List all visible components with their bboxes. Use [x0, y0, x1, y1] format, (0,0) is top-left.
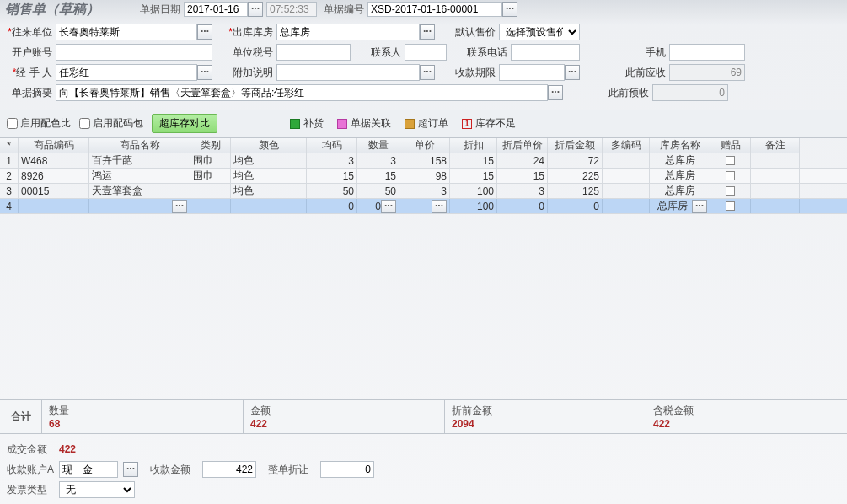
table-row[interactable]: 28926鸿运围巾均色1515981515225总库房 — [0, 169, 847, 184]
grid-header-row: * 商品编码 商品名称 类别 颜色 均码 数量 单价 折扣 折后单价 折后金额 … — [0, 138, 847, 153]
overstock-compare-button[interactable]: 超库存对比 — [152, 114, 217, 133]
col-idx: * — [0, 138, 19, 153]
total-taxincl: 422 — [653, 418, 840, 430]
prevprepay-display — [652, 84, 728, 101]
prevrecv-display — [669, 64, 745, 81]
recv-amount-input[interactable] — [202, 461, 256, 478]
legend-linked: 单据关联 — [337, 116, 391, 131]
invoice-select[interactable]: 无 — [59, 481, 135, 498]
mobile-input[interactable] — [669, 44, 745, 61]
cell-lookup-button[interactable]: ··· — [432, 200, 447, 213]
legend-shortage: 1库存不足 — [462, 116, 516, 131]
acctA-lookup-button[interactable]: ··· — [123, 462, 138, 477]
deal-amount-value: 422 — [59, 443, 76, 455]
customer-lookup-button[interactable]: ··· — [197, 24, 212, 40]
cell-lookup-button[interactable]: ··· — [381, 200, 396, 213]
prevrecv-label: 此前应收 — [619, 66, 666, 80]
warehouse-lookup-button[interactable]: ··· — [420, 24, 435, 40]
taxno-input[interactable] — [276, 44, 351, 61]
customer-label: 往来单位 — [5, 25, 52, 40]
handler-lookup-button[interactable]: ··· — [197, 65, 212, 80]
customer-input[interactable] — [56, 24, 197, 40]
invoice-label: 发票类型 — [7, 483, 54, 497]
phone-input[interactable] — [511, 44, 580, 61]
col-wh: 库房名称 — [650, 138, 710, 153]
contact-label: 联系人 — [364, 46, 401, 60]
col-cat: 类别 — [190, 138, 231, 153]
duedate-picker-button[interactable]: ··· — [565, 65, 580, 80]
bankacct-label: 开户账号 — [5, 46, 52, 60]
deal-amount-label: 成交金额 — [7, 442, 54, 457]
handler-input[interactable] — [56, 64, 197, 81]
acctA-input[interactable] — [59, 461, 118, 478]
total-prediscount: 2094 — [452, 418, 639, 430]
totals-bar: 合计 数量68 金额422 折前金额2094 含税金额422 — [0, 399, 847, 434]
summary-label: 单据摘要 — [5, 86, 52, 100]
totals-label: 合计 — [0, 400, 42, 433]
contact-input[interactable] — [405, 44, 447, 61]
acctA-label: 收款账户A — [7, 463, 54, 477]
col-qty: 数量 — [357, 138, 399, 153]
items-grid[interactable]: * 商品编码 商品名称 类别 颜色 均码 数量 单价 折扣 折后单价 折后金额 … — [0, 137, 847, 214]
wholedisc-label: 整单折让 — [268, 463, 315, 477]
col-price: 单价 — [399, 138, 450, 153]
mobile-label: 手机 — [619, 46, 666, 60]
col-disc: 折扣 — [450, 138, 497, 153]
legend-restock: 补货 — [290, 116, 324, 131]
warehouse-label: 出库库房 — [226, 25, 273, 40]
page-title: 销售单（草稿） — [5, 1, 99, 19]
docno-label: 单据编号 — [324, 3, 364, 17]
col-code: 商品编码 — [19, 138, 89, 153]
col-damt: 折后金额 — [548, 138, 603, 153]
date-label: 单据日期 — [140, 3, 180, 17]
summary-lookup-button[interactable]: ··· — [548, 85, 563, 100]
date-input[interactable] — [184, 2, 248, 17]
docno-lookup-button[interactable]: ··· — [502, 2, 517, 17]
duedate-label: 收款期限 — [448, 66, 496, 80]
phone-label: 联系电话 — [460, 46, 507, 60]
warehouse-input[interactable] — [276, 24, 420, 40]
colorratio-checkbox[interactable]: 启用配色比 — [7, 116, 71, 131]
docno-input[interactable] — [367, 2, 502, 17]
col-name: 商品名称 — [89, 138, 190, 153]
cell-lookup-button[interactable]: ··· — [692, 200, 707, 213]
legend-overorder: 超订单 — [405, 116, 448, 131]
col-gift: 赠品 — [710, 138, 751, 153]
col-color: 颜色 — [231, 138, 307, 153]
total-amount: 422 — [250, 418, 437, 430]
bankacct-input[interactable] — [56, 44, 212, 61]
col-remark: 备注 — [751, 138, 800, 153]
note-lookup-button[interactable]: ··· — [420, 65, 435, 80]
handler-label: 经 手 人 — [5, 66, 52, 80]
total-qty: 68 — [49, 418, 236, 430]
table-row[interactable]: 1W468百卉千葩围巾均色33158152472总库房 — [0, 153, 847, 169]
codepack-checkbox[interactable]: 启用配码包 — [79, 116, 143, 131]
note-input[interactable] — [276, 64, 420, 81]
time-display — [266, 2, 317, 17]
table-row[interactable]: 4···00······10000总库房··· — [0, 199, 847, 214]
cell-lookup-button[interactable]: ··· — [172, 200, 187, 213]
wholedisc-input[interactable] — [320, 461, 374, 478]
summary-input[interactable] — [56, 84, 548, 101]
note-label: 附加说明 — [226, 66, 273, 80]
defprice-select[interactable]: 选择预设售价 — [499, 24, 580, 40]
recv-amount-label: 收款金额 — [150, 463, 197, 477]
table-row[interactable]: 300015天壹箪套盒均色505031003125总库房 — [0, 184, 847, 199]
duedate-input[interactable] — [499, 64, 565, 81]
taxno-label: 单位税号 — [226, 46, 273, 60]
col-size: 均码 — [307, 138, 357, 153]
defprice-label: 默认售价 — [448, 25, 496, 40]
col-dprice: 折后单价 — [497, 138, 548, 153]
prevprepay-label: 此前预收 — [602, 86, 649, 100]
col-mcode: 多编码 — [603, 138, 650, 153]
date-picker-button[interactable]: ··· — [248, 2, 263, 17]
